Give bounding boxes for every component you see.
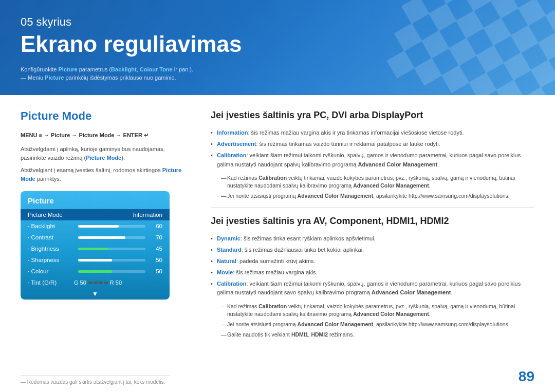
section1-bullets: Information: šis režimas mažiau vargina …	[211, 128, 534, 169]
colour-row: Colour 50	[21, 266, 170, 277]
desc1: Atsižvelgdami į aplinką, kurioje gaminys…	[21, 145, 190, 162]
bullet-standard: Standard: šis režimas dažniausiai tinka …	[211, 246, 534, 254]
tint-r-value: R 50	[110, 279, 122, 286]
sharpness-row: Sharpness 50	[21, 254, 170, 266]
footer-line	[21, 376, 170, 376]
picture-arrow: ▼	[21, 288, 170, 300]
contrast-value: 70	[150, 234, 162, 240]
contrast-row: Contrast 70	[21, 232, 170, 243]
main-content: Picture Mode MENU ≡ → Picture → Picture …	[0, 95, 555, 352]
contrast-label: Contrast	[28, 234, 74, 240]
bullet-calibration2: Calibration: veikiant šiam režimui taiko…	[211, 279, 534, 297]
bullet-advertisement: Advertisement: šis režimas tinkamas vaiz…	[211, 140, 534, 148]
note1-line1: Kad režimas Calibration veiktų tinkamai,…	[221, 174, 534, 191]
section2-bullets: Dynamic: šis režimas tinka esant ryškiam…	[211, 234, 534, 297]
backlight-value: 60	[150, 223, 162, 229]
note2-line1: Kad režimas Calibration veiktų tinkamai,…	[221, 303, 534, 319]
menu-path: MENU ≡ → Picture → Picture Mode → ENTER …	[21, 132, 190, 139]
header: 05 skyrius Ekrano reguliavimas Konfigūru…	[0, 0, 555, 95]
tint-label: Tint (G/R)	[28, 279, 74, 286]
backlight-row: Backlight 60	[21, 220, 170, 232]
brightness-label: Brightness	[28, 246, 74, 252]
note2-line3: Galite naudotis tik veikiant HDMI1, HDMI…	[221, 331, 534, 339]
backlight-label: Backlight	[28, 223, 74, 229]
note1-line2: Jei norite atsisiųsti programą Advanced …	[221, 192, 534, 200]
note2-line2: Jei norite atsisiųsti programą Advanced …	[221, 321, 534, 329]
left-column: Picture Mode MENU ≡ → Picture → Picture …	[21, 109, 190, 342]
sharpness-value: 50	[150, 257, 162, 263]
brightness-row: Brightness 45	[21, 243, 170, 254]
section1-notes: Kad režimas Calibration veiktų tinkamai,…	[211, 174, 534, 200]
bullet-movie: Movie: šis režimas mažiau vargina akis.	[211, 268, 534, 277]
picture-mode-row: Picture Mode Information	[21, 209, 170, 220]
right-column: Jei įvesties šaltinis yra PC, DVI arba D…	[211, 109, 534, 342]
tint-slider	[88, 282, 108, 284]
footer-note: Rodomas vaizdas gali skirtis atsižvelgia…	[21, 379, 170, 385]
brightness-value: 45	[150, 246, 162, 252]
backlight-slider	[78, 225, 145, 228]
colour-value: 50	[150, 268, 162, 274]
tint-g-value: G 50	[74, 279, 86, 286]
bullet-calibration1: Calibration: veikiant šiam režimui taiko…	[211, 151, 534, 169]
section1-title: Jei įvesties šaltinis yra PC, DVI arba D…	[211, 109, 534, 121]
bullet-information: Information: šis režimas mažiau vargina …	[211, 128, 534, 137]
picture-mode-label: Picture Mode	[28, 212, 74, 218]
brightness-slider	[78, 248, 145, 250]
picture-ui-mockup: Picture Picture Mode Information Backlig…	[21, 191, 170, 300]
section2-title: Jei įvesties šaltinis yra AV, Component,…	[211, 215, 534, 227]
colour-label: Colour	[28, 268, 74, 274]
page-number: 89	[519, 368, 534, 385]
tint-row: Tint (G/R) G 50 R 50	[21, 277, 170, 288]
desc2: Atsižvelgiant į esamą įvesties šaltinį, …	[21, 166, 190, 183]
section2-notes: Kad režimas Calibration veiktų tinkamai,…	[211, 303, 534, 339]
footer: Rodomas vaizdas gali skirtis atsižvelgia…	[0, 363, 555, 392]
sharpness-label: Sharpness	[28, 257, 74, 263]
picture-ui-title: Picture	[21, 191, 170, 209]
colour-slider	[78, 270, 145, 273]
section-divider	[211, 208, 534, 208]
bullet-natural: Natural: padeda sumažinti krūvį akims.	[211, 257, 534, 266]
sharpness-slider	[78, 259, 145, 262]
picture-mode-value: Information	[133, 212, 162, 218]
contrast-slider	[78, 236, 145, 239]
header-decoration	[387, 0, 555, 95]
bullet-dynamic: Dynamic: šis režimas tinka esant ryškiam…	[211, 234, 534, 243]
section-title-picture-mode: Picture Mode	[21, 109, 190, 123]
